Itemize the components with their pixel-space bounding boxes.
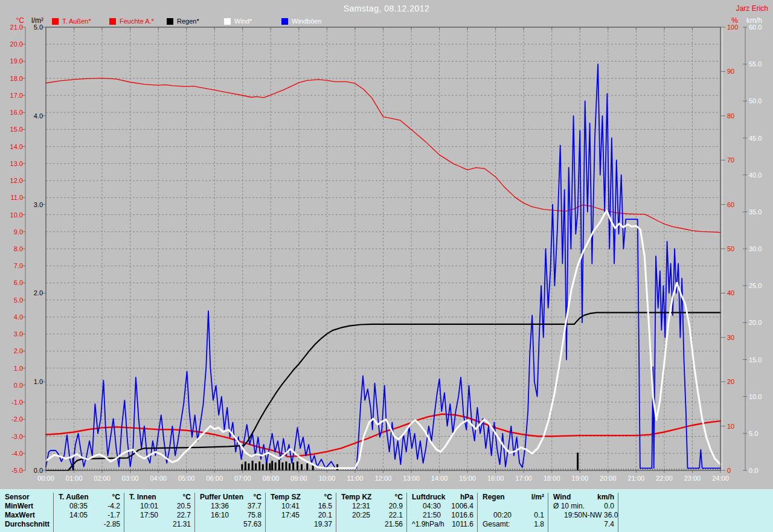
series-bar-regen-intervall bbox=[292, 463, 294, 470]
series-bar-regen-intervall bbox=[281, 463, 283, 470]
cell-value: 75.8 bbox=[248, 511, 265, 520]
rain-tick-label: 5.0 bbox=[34, 24, 43, 31]
series-bar-regen-intervall bbox=[245, 461, 246, 470]
temp-tick-label: 5.0 bbox=[14, 296, 23, 304]
x-axis-label: 12:00 bbox=[375, 475, 392, 482]
cell-time: 16:10 bbox=[195, 511, 229, 520]
table-cell: 16:1075.8 bbox=[195, 511, 265, 520]
table-row-label: MinWert bbox=[0, 502, 53, 511]
x-axis-label: 11:00 bbox=[347, 475, 364, 482]
temp-tick-label: 11.0 bbox=[10, 194, 23, 201]
series-bar-regen-intervall bbox=[297, 461, 298, 470]
cell-value: 16.5 bbox=[318, 502, 336, 511]
x-axis-label: 23:00 bbox=[684, 475, 701, 482]
series-bar-regen-intervall bbox=[255, 463, 257, 470]
wind-tick-label: 30.0 bbox=[749, 245, 762, 252]
sensor-name: Temp SZ bbox=[266, 493, 301, 502]
cell-time: 20:25 bbox=[336, 511, 370, 520]
series-bar-regen-intervall bbox=[285, 461, 287, 470]
table-cell: 19:50N-NW 36.0 bbox=[548, 511, 618, 520]
cell-value: 37.7 bbox=[248, 502, 265, 511]
sensor-name: T. Innen bbox=[124, 493, 156, 502]
temp-tick-label: -3.0 bbox=[11, 433, 23, 440]
x-axis-label: 08:00 bbox=[263, 475, 280, 482]
sensor-name: Regen bbox=[478, 493, 505, 502]
sensor-unit: °C bbox=[183, 493, 194, 502]
rain-tick-label: 1.0 bbox=[34, 378, 43, 385]
cell-value: 57.63 bbox=[243, 520, 265, 529]
cell-value: -4.2 bbox=[107, 502, 124, 511]
x-axis-label: 03:00 bbox=[122, 475, 139, 482]
series-bar-regen-intervall bbox=[262, 464, 264, 470]
table-column-temp-sz: Temp SZ°C10:4116.517:4520.119.37 bbox=[265, 493, 336, 532]
humidity-tick-label: 80 bbox=[727, 112, 734, 120]
temp-tick-label: -5.0 bbox=[11, 467, 23, 474]
cell-value: 20.5 bbox=[177, 502, 194, 511]
cell-value: 22.1 bbox=[389, 511, 406, 520]
wind-tick-label: 25.0 bbox=[749, 282, 762, 289]
series-bar-regen-intervall bbox=[269, 463, 271, 470]
table-cell: 7.4 bbox=[548, 520, 618, 529]
cell-time: 00:20 bbox=[478, 511, 512, 520]
cell-value: 1006.4 bbox=[451, 502, 477, 511]
table-row-labels: SensorMinWertMaxWertDurchschnitt bbox=[0, 493, 53, 532]
series-bar-regen-intervall bbox=[577, 453, 579, 470]
temp-tick-label: 2.0 bbox=[14, 347, 23, 354]
temp-tick-label: 21.0 bbox=[10, 24, 23, 31]
temp-tick-label: -1.0 bbox=[11, 399, 23, 406]
cell-time: 21:50 bbox=[407, 511, 441, 520]
cell-time: 14:05 bbox=[54, 511, 88, 520]
sensor-name: Luftdruck bbox=[407, 493, 445, 502]
temp-tick-label: -4.0 bbox=[11, 450, 23, 457]
x-axis-label: 19:00 bbox=[572, 475, 589, 482]
series-bar-regen-intervall bbox=[312, 465, 314, 470]
sensor-unit: hPa bbox=[460, 493, 477, 502]
cell-time bbox=[336, 520, 341, 529]
table-row-label: MaxWert bbox=[0, 511, 53, 520]
temp-tick-label: 6.0 bbox=[14, 279, 23, 286]
weather-chart-window: Samstag, 08.12.2012 Jarz Erich °C l/m² %… bbox=[0, 0, 773, 532]
wind-tick-label: 40.0 bbox=[749, 171, 762, 179]
wind-tick-label: 45.0 bbox=[749, 135, 762, 142]
cell-time: 17:50 bbox=[124, 511, 158, 520]
table-cell: 21.31 bbox=[124, 520, 194, 529]
cell-value: 7.4 bbox=[604, 520, 618, 529]
x-axis-label: 20:00 bbox=[600, 475, 617, 482]
rain-tick-label: 3.0 bbox=[34, 201, 43, 208]
temp-tick-label: 10.0 bbox=[10, 211, 23, 219]
series-bar-regen-intervall bbox=[271, 461, 273, 470]
cell-time bbox=[54, 520, 59, 529]
table-cell: 10:4116.5 bbox=[266, 502, 336, 511]
table-cell: 08:35-4.2 bbox=[54, 502, 124, 511]
rain-tick-label: 2.0 bbox=[34, 289, 43, 296]
humidity-tick-label: 10 bbox=[727, 423, 734, 430]
temp-tick-label: 16.0 bbox=[10, 109, 23, 116]
sensor-unit: °C bbox=[254, 493, 265, 502]
cell-value: 21.31 bbox=[173, 520, 194, 529]
temp-tick-label: 14.0 bbox=[10, 143, 23, 150]
sensor-name: Temp KZ bbox=[336, 493, 371, 502]
table-cell: 21.56 bbox=[336, 520, 406, 529]
sensor-unit: km/h bbox=[597, 493, 618, 502]
humidity-tick-label: 40 bbox=[727, 289, 734, 296]
table-cell: 13:3637.7 bbox=[195, 502, 265, 511]
x-axis-label: 22:00 bbox=[656, 475, 673, 482]
series-bar-regen-intervall bbox=[275, 463, 277, 470]
wind-tick-label: 55.0 bbox=[749, 60, 762, 68]
temp-tick-label: 4.0 bbox=[14, 313, 23, 321]
wind-tick-label: 5.0 bbox=[749, 430, 758, 437]
series-bar-regen-intervall bbox=[278, 460, 280, 470]
sensor-name: Wind bbox=[548, 493, 571, 502]
table-cell bbox=[478, 502, 548, 511]
table-cell: 14:05-1.7 bbox=[54, 511, 124, 520]
table-cell: Ø 10 min.0.0 bbox=[548, 502, 618, 511]
x-axis-label: 14:00 bbox=[431, 475, 448, 482]
temp-tick-label: 8.0 bbox=[14, 245, 23, 252]
cell-value: 22.7 bbox=[177, 511, 194, 520]
x-axis-label: 13:00 bbox=[403, 475, 420, 482]
temp-tick-label: 3.0 bbox=[14, 330, 23, 338]
humidity-tick-label: 0 bbox=[727, 467, 731, 474]
table-column-regen: Regenl/m²00:200.1Gesamt:1.8 bbox=[477, 493, 548, 532]
rain-tick-label: 4.0 bbox=[34, 112, 43, 120]
table-cell: 10:0120.5 bbox=[124, 502, 194, 511]
